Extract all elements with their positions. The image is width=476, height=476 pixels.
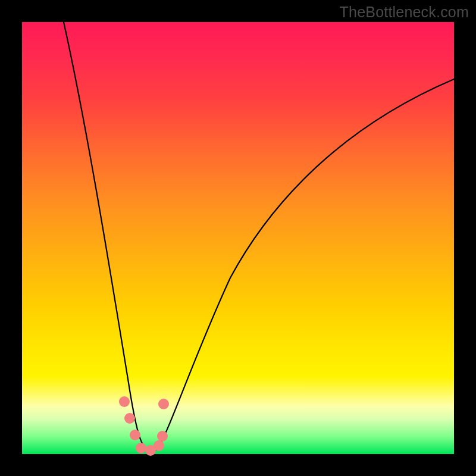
valley-marker xyxy=(119,396,130,407)
watermark-text: TheBottleneck.com xyxy=(340,4,469,21)
valley-marker xyxy=(124,413,135,424)
valley-marker-group xyxy=(119,396,169,456)
valley-marker xyxy=(157,431,168,441)
chart-svg xyxy=(22,22,454,454)
curve-left xyxy=(64,22,147,449)
chart-plot-area xyxy=(22,22,454,454)
curve-right xyxy=(158,79,454,449)
valley-marker xyxy=(158,399,169,409)
valley-marker xyxy=(130,430,140,440)
chart-frame: TheBottleneck.com xyxy=(0,0,476,476)
valley-marker xyxy=(136,443,146,453)
valley-marker xyxy=(154,440,164,451)
